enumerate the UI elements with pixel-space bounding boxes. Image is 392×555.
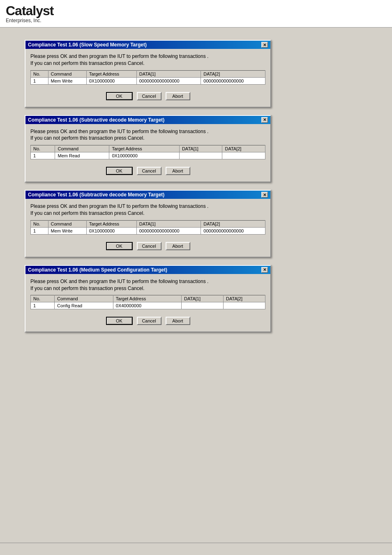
table-cell-0-0: 1 (31, 77, 48, 84)
dialog-button-row-3: OKCancelAbort (30, 239, 265, 253)
dialog-table-1: No.CommandTarget AddressDATA[1]DATA[2]1M… (30, 70, 265, 85)
table-cell-0-1: Mem Read (55, 152, 109, 159)
dialog-button-row-2: OKCancelAbort (30, 164, 265, 177)
cancel-button-3[interactable]: Cancel (137, 242, 161, 250)
dialog-button-row-4: OKCancelAbort (30, 313, 265, 327)
dialog-titlebar-2: Compliance Test 1.06 (Subtractive decode… (25, 116, 270, 124)
table-header-col-1: Command (55, 295, 113, 302)
table-cell-0-3 (182, 302, 224, 309)
table-header-col-0: No. (31, 220, 48, 227)
dialog-message-2: Please press OK and then program the IUT… (30, 128, 265, 142)
dialog-message-3: Please press OK and then program the IUT… (30, 203, 265, 217)
table-header-col-3: DATA[1] (182, 295, 224, 302)
dialog-close-btn-1[interactable]: ✕ (261, 42, 268, 48)
dialog-body-4: Please press OK and then program the IUT… (25, 274, 270, 332)
dialog-title-text-1: Compliance Test 1.06 (Slow Speed Memory … (28, 42, 147, 48)
abort-button-1[interactable]: Abort (166, 92, 190, 100)
logo-sub: Enterprises, Inc. (6, 18, 386, 23)
table-header-col-2: Target Address (86, 70, 136, 77)
dialog-table-4: No.CommandTarget AddressDATA[1]DATA[2]1C… (30, 295, 265, 309)
table-header-col-3: DATA[1] (179, 145, 222, 152)
table-cell-0-2: 0X40000000 (113, 302, 181, 309)
ok-button-4[interactable]: OK (106, 317, 133, 325)
dialog-button-row-1: OKCancelAbort (30, 89, 265, 103)
table-cell-0-0: 1 (31, 227, 48, 234)
table-cell-0-3 (179, 152, 222, 159)
table-header-col-2: Target Address (109, 145, 180, 152)
table-header-col-3: DATA[1] (136, 70, 201, 77)
table-header-col-0: No. (31, 145, 55, 152)
table-header-col-1: Command (55, 145, 109, 152)
logo: Catalyst Enterprises, Inc. (6, 4, 386, 23)
table-header-col-4: DATA[2] (201, 220, 265, 227)
cancel-button-4[interactable]: Cancel (137, 317, 161, 325)
logo-main: Catalyst (6, 4, 386, 17)
dialog-title-text-2: Compliance Test 1.06 (Subtractive decode… (28, 117, 164, 123)
dialog-window-4: Compliance Test 1.06 (Medium Speed Confi… (25, 265, 271, 333)
table-cell-0-4 (224, 302, 265, 309)
abort-button-3[interactable]: Abort (166, 242, 190, 250)
table-header-col-0: No. (31, 70, 48, 77)
table-header-col-2: Target Address (86, 220, 136, 227)
table-row: 1Mem Read0X10000000 (31, 152, 265, 159)
table-cell-0-1: Mem Write (48, 77, 86, 84)
table-header-col-1: Command (48, 70, 86, 77)
dialog-title-text-4: Compliance Test 1.06 (Medium Speed Confi… (28, 267, 167, 273)
header: Catalyst Enterprises, Inc. (0, 0, 392, 28)
dialog-close-btn-2[interactable]: ✕ (261, 117, 268, 123)
table-header-col-2: Target Address (113, 295, 181, 302)
dialog-body-3: Please press OK and then program the IUT… (25, 199, 270, 257)
dialog-body-1: Please press OK and then program the IUT… (25, 49, 270, 107)
table-cell-0-3: 0000000000000000 (136, 77, 201, 84)
dialog-table-3: No.CommandTarget AddressDATA[1]DATA[2]1M… (30, 220, 265, 235)
abort-button-2[interactable]: Abort (166, 167, 190, 175)
ok-button-1[interactable]: OK (106, 92, 133, 100)
dialog-close-btn-3[interactable]: ✕ (261, 192, 268, 198)
dialog-window-2: Compliance Test 1.06 (Subtractive decode… (25, 115, 271, 183)
dialog-message-4: Please press OK and then program the IUT… (30, 278, 265, 292)
table-header-col-3: DATA[1] (136, 220, 201, 227)
table-cell-0-1: Mem Write (48, 227, 86, 234)
dialog-close-btn-4[interactable]: ✕ (261, 267, 268, 273)
dialog-window-1: Compliance Test 1.06 (Slow Speed Memory … (25, 40, 271, 108)
dialog-title-text-3: Compliance Test 1.06 (Subtractive decode… (28, 192, 164, 198)
dialog-body-2: Please press OK and then program the IUT… (25, 124, 270, 182)
dialog-titlebar-1: Compliance Test 1.06 (Slow Speed Memory … (25, 41, 270, 49)
table-cell-0-0: 1 (31, 152, 55, 159)
table-header-col-4: DATA[2] (222, 145, 265, 152)
table-cell-0-2: 0X10000000 (86, 77, 136, 84)
table-cell-0-4: 0000000000000000 (201, 227, 265, 234)
footer-bar (0, 543, 392, 555)
table-cell-0-2: 0X10000000 (86, 227, 136, 234)
table-header-col-1: Command (48, 220, 86, 227)
table-cell-0-4 (222, 152, 265, 159)
dialog-table-2: No.CommandTarget AddressDATA[1]DATA[2]1M… (30, 145, 265, 159)
table-cell-0-1: Config Read (55, 302, 113, 309)
dialog-window-3: Compliance Test 1.06 (Subtractive decode… (25, 190, 271, 258)
table-row: 1Mem Write0X1000000000000000000000000000… (31, 227, 265, 234)
table-header-col-4: DATA[2] (224, 295, 265, 302)
ok-button-2[interactable]: OK (106, 167, 133, 175)
dialog-message-1: Please press OK and then program the IUT… (30, 53, 265, 67)
table-header-col-0: No. (31, 295, 55, 302)
abort-button-4[interactable]: Abort (166, 317, 190, 325)
main-content: Compliance Test 1.06 (Slow Speed Memory … (0, 36, 392, 336)
table-cell-0-0: 1 (31, 302, 55, 309)
table-cell-0-3: 0000000000000000 (136, 227, 201, 234)
cancel-button-1[interactable]: Cancel (137, 92, 161, 100)
table-header-col-4: DATA[2] (201, 70, 265, 77)
dialog-titlebar-3: Compliance Test 1.06 (Subtractive decode… (25, 191, 270, 199)
cancel-button-2[interactable]: Cancel (137, 167, 161, 175)
ok-button-3[interactable]: OK (106, 242, 133, 250)
table-cell-0-2: 0X10000000 (109, 152, 180, 159)
table-row: 1Mem Write0X1000000000000000000000000000… (31, 77, 265, 84)
table-row: 1Config Read0X40000000 (31, 302, 265, 309)
dialog-titlebar-4: Compliance Test 1.06 (Medium Speed Confi… (25, 266, 270, 274)
table-cell-0-4: 0000000000000000 (201, 77, 265, 84)
